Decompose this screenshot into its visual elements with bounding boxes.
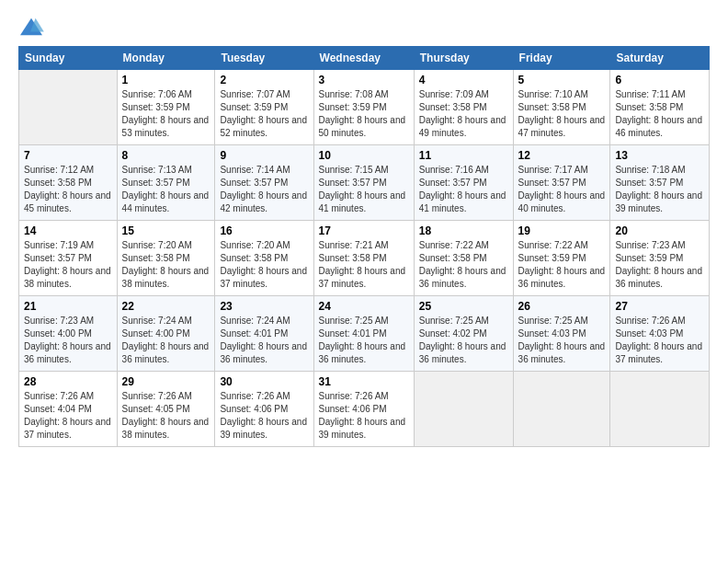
calendar-cell: 8Sunrise: 7:13 AMSunset: 3:57 PMDaylight… <box>117 145 215 221</box>
day-info: Sunrise: 7:18 AMSunset: 3:57 PMDaylight:… <box>615 164 704 215</box>
calendar-week-row: 1Sunrise: 7:06 AMSunset: 3:59 PMDaylight… <box>19 70 710 145</box>
calendar-cell <box>513 372 610 447</box>
day-info: Sunrise: 7:12 AMSunset: 3:58 PMDaylight:… <box>24 164 112 215</box>
day-info: Sunrise: 7:22 AMSunset: 3:58 PMDaylight:… <box>419 239 508 291</box>
calendar-week-row: 21Sunrise: 7:23 AMSunset: 4:00 PMDayligh… <box>19 296 710 372</box>
calendar-cell: 22Sunrise: 7:24 AMSunset: 4:00 PMDayligh… <box>117 296 215 372</box>
day-info: Sunrise: 7:19 AMSunset: 3:57 PMDaylight:… <box>24 239 112 291</box>
day-info: Sunrise: 7:25 AMSunset: 4:03 PMDaylight:… <box>518 315 606 366</box>
calendar-cell: 1Sunrise: 7:06 AMSunset: 3:59 PMDaylight… <box>117 70 215 145</box>
day-info: Sunrise: 7:24 AMSunset: 4:01 PMDaylight:… <box>220 315 308 366</box>
day-info: Sunrise: 7:10 AMSunset: 3:58 PMDaylight:… <box>518 88 606 140</box>
day-number: 23 <box>220 300 308 313</box>
day-number: 10 <box>319 149 409 162</box>
calendar-cell: 5Sunrise: 7:10 AMSunset: 3:58 PMDaylight… <box>513 70 610 145</box>
calendar-cell: 17Sunrise: 7:21 AMSunset: 3:58 PMDayligh… <box>313 221 414 296</box>
calendar-cell: 2Sunrise: 7:07 AMSunset: 3:59 PMDaylight… <box>215 70 313 145</box>
calendar-cell: 24Sunrise: 7:25 AMSunset: 4:01 PMDayligh… <box>313 296 414 372</box>
day-number: 29 <box>122 375 210 388</box>
calendar-cell: 25Sunrise: 7:25 AMSunset: 4:02 PMDayligh… <box>414 296 513 372</box>
day-number: 21 <box>24 300 112 313</box>
day-info: Sunrise: 7:11 AMSunset: 3:58 PMDaylight:… <box>615 88 704 140</box>
calendar-cell: 27Sunrise: 7:26 AMSunset: 4:03 PMDayligh… <box>610 296 710 372</box>
day-number: 27 <box>615 300 704 313</box>
calendar-cell: 30Sunrise: 7:26 AMSunset: 4:06 PMDayligh… <box>215 372 313 447</box>
calendar-cell: 14Sunrise: 7:19 AMSunset: 3:57 PMDayligh… <box>19 221 118 296</box>
calendar-week-row: 14Sunrise: 7:19 AMSunset: 3:57 PMDayligh… <box>19 221 710 296</box>
day-info: Sunrise: 7:26 AMSunset: 4:04 PMDaylight:… <box>24 390 112 442</box>
calendar-cell: 3Sunrise: 7:08 AMSunset: 3:59 PMDaylight… <box>313 70 414 145</box>
main-container: SundayMondayTuesdayWednesdayThursdayFrid… <box>0 0 728 456</box>
day-number: 20 <box>615 224 704 237</box>
calendar-cell: 19Sunrise: 7:22 AMSunset: 3:59 PMDayligh… <box>513 221 610 296</box>
weekday-header-thursday: Thursday <box>414 47 513 70</box>
day-info: Sunrise: 7:26 AMSunset: 4:06 PMDaylight:… <box>220 390 308 442</box>
calendar-cell: 4Sunrise: 7:09 AMSunset: 3:58 PMDaylight… <box>414 70 513 145</box>
day-info: Sunrise: 7:17 AMSunset: 3:57 PMDaylight:… <box>518 164 606 215</box>
day-number: 3 <box>319 74 409 86</box>
day-info: Sunrise: 7:20 AMSunset: 3:58 PMDaylight:… <box>220 239 308 291</box>
calendar-cell: 6Sunrise: 7:11 AMSunset: 3:58 PMDaylight… <box>610 70 710 145</box>
day-number: 16 <box>220 224 308 237</box>
calendar-cell: 26Sunrise: 7:25 AMSunset: 4:03 PMDayligh… <box>513 296 610 372</box>
day-number: 22 <box>122 300 210 313</box>
calendar-cell <box>414 372 513 447</box>
day-number: 8 <box>122 149 210 162</box>
day-number: 2 <box>220 74 308 86</box>
day-info: Sunrise: 7:13 AMSunset: 3:57 PMDaylight:… <box>122 164 210 215</box>
day-info: Sunrise: 7:26 AMSunset: 4:03 PMDaylight:… <box>615 315 704 366</box>
weekday-header-saturday: Saturday <box>610 47 710 70</box>
day-number: 30 <box>220 375 308 388</box>
calendar-cell: 15Sunrise: 7:20 AMSunset: 3:58 PMDayligh… <box>117 221 215 296</box>
day-info: Sunrise: 7:14 AMSunset: 3:57 PMDaylight:… <box>220 164 308 215</box>
day-info: Sunrise: 7:23 AMSunset: 3:59 PMDaylight:… <box>615 239 704 291</box>
calendar-cell <box>610 372 710 447</box>
day-info: Sunrise: 7:08 AMSunset: 3:59 PMDaylight:… <box>319 88 409 140</box>
day-number: 6 <box>615 74 704 86</box>
logo-icon <box>18 17 44 39</box>
weekday-header-row: SundayMondayTuesdayWednesdayThursdayFrid… <box>19 47 710 70</box>
calendar-cell: 16Sunrise: 7:20 AMSunset: 3:58 PMDayligh… <box>215 221 313 296</box>
day-number: 19 <box>518 224 606 237</box>
calendar-cell: 31Sunrise: 7:26 AMSunset: 4:06 PMDayligh… <box>313 372 414 447</box>
day-number: 28 <box>24 375 112 388</box>
calendar-cell: 28Sunrise: 7:26 AMSunset: 4:04 PMDayligh… <box>19 372 118 447</box>
calendar-cell: 20Sunrise: 7:23 AMSunset: 3:59 PMDayligh… <box>610 221 710 296</box>
day-info: Sunrise: 7:15 AMSunset: 3:57 PMDaylight:… <box>319 164 409 215</box>
day-number: 17 <box>319 224 409 237</box>
calendar-week-row: 7Sunrise: 7:12 AMSunset: 3:58 PMDaylight… <box>19 145 710 221</box>
day-info: Sunrise: 7:16 AMSunset: 3:57 PMDaylight:… <box>419 164 508 215</box>
day-number: 9 <box>220 149 308 162</box>
day-number: 15 <box>122 224 210 237</box>
weekday-header-wednesday: Wednesday <box>313 47 414 70</box>
day-info: Sunrise: 7:24 AMSunset: 4:00 PMDaylight:… <box>122 315 210 366</box>
day-number: 14 <box>24 224 112 237</box>
day-info: Sunrise: 7:21 AMSunset: 3:58 PMDaylight:… <box>319 239 409 291</box>
day-number: 5 <box>518 74 606 86</box>
day-info: Sunrise: 7:26 AMSunset: 4:06 PMDaylight:… <box>319 390 409 442</box>
header <box>18 17 710 39</box>
day-number: 12 <box>518 149 606 162</box>
day-number: 13 <box>615 149 704 162</box>
day-info: Sunrise: 7:20 AMSunset: 3:58 PMDaylight:… <box>122 239 210 291</box>
day-number: 31 <box>319 375 409 388</box>
calendar-cell: 18Sunrise: 7:22 AMSunset: 3:58 PMDayligh… <box>414 221 513 296</box>
calendar-cell: 13Sunrise: 7:18 AMSunset: 3:57 PMDayligh… <box>610 145 710 221</box>
calendar-cell: 10Sunrise: 7:15 AMSunset: 3:57 PMDayligh… <box>313 145 414 221</box>
day-info: Sunrise: 7:06 AMSunset: 3:59 PMDaylight:… <box>122 88 210 140</box>
calendar-week-row: 28Sunrise: 7:26 AMSunset: 4:04 PMDayligh… <box>19 372 710 447</box>
calendar-cell: 12Sunrise: 7:17 AMSunset: 3:57 PMDayligh… <box>513 145 610 221</box>
weekday-header-tuesday: Tuesday <box>215 47 313 70</box>
day-number: 25 <box>419 300 508 313</box>
day-number: 1 <box>122 74 210 86</box>
day-number: 4 <box>419 74 508 86</box>
day-info: Sunrise: 7:25 AMSunset: 4:01 PMDaylight:… <box>319 315 409 366</box>
calendar-cell: 9Sunrise: 7:14 AMSunset: 3:57 PMDaylight… <box>215 145 313 221</box>
day-number: 7 <box>24 149 112 162</box>
logo <box>18 17 48 39</box>
calendar-table: SundayMondayTuesdayWednesdayThursdayFrid… <box>18 46 710 447</box>
day-info: Sunrise: 7:22 AMSunset: 3:59 PMDaylight:… <box>518 239 606 291</box>
day-info: Sunrise: 7:07 AMSunset: 3:59 PMDaylight:… <box>220 88 308 140</box>
day-info: Sunrise: 7:26 AMSunset: 4:05 PMDaylight:… <box>122 390 210 442</box>
calendar-cell: 21Sunrise: 7:23 AMSunset: 4:00 PMDayligh… <box>19 296 118 372</box>
